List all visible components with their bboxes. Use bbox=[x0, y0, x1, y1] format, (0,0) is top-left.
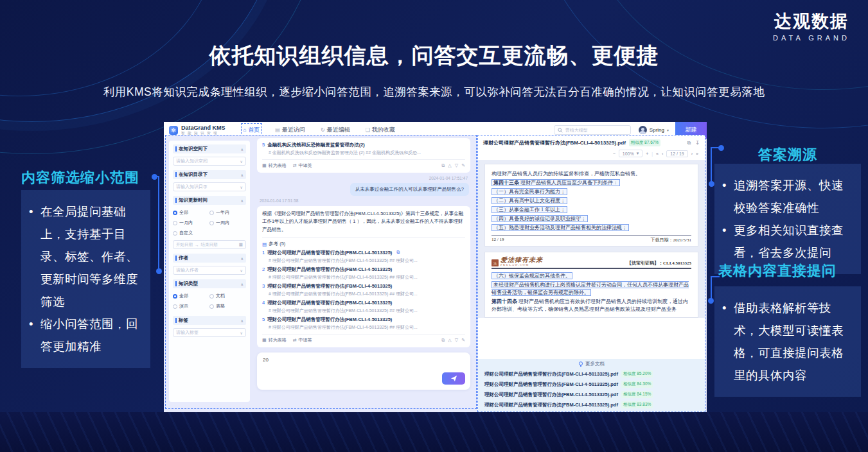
space-select[interactable]: 请输入知识空间 ∨ bbox=[173, 157, 246, 166]
nav-home[interactable]: ⌂ 首页 bbox=[244, 126, 260, 134]
zoom-level-select[interactable]: 100% ▾ bbox=[619, 150, 642, 157]
table-icon: ▦ bbox=[262, 163, 267, 168]
translate-icon: ⇄ bbox=[293, 338, 297, 343]
reference-item[interactable]: 4理财公司理财产品销售管理暂行办法(FBM-CLI-4-5013325) # 理… bbox=[262, 300, 465, 314]
catalog-select[interactable]: 请输入知识目录 ∨ bbox=[173, 182, 246, 191]
thumbs-up-icon[interactable]: △ bbox=[448, 163, 451, 168]
copy-icon[interactable]: ⧉ bbox=[441, 338, 445, 343]
global-search[interactable] bbox=[554, 125, 631, 135]
similarity-badge: 相似度 85.20% bbox=[621, 370, 653, 378]
nav-favorites[interactable]: ❏ 我的收藏 bbox=[366, 126, 395, 134]
more-doc-row[interactable]: 理财公司理财产品销售管理暂行办法(FBM-CLI-4-5013325).pdf … bbox=[484, 370, 698, 378]
filter-type-header[interactable]: 知识类型 ∧ bbox=[173, 279, 246, 288]
reference-item[interactable]: 5理财公司理财产品销售管理暂行办法(FBM-CLI-4-5013325) # 理… bbox=[262, 317, 465, 331]
filter-time-header[interactable]: 知识更新时间 ∧ bbox=[173, 196, 246, 205]
reference-item[interactable]: 2理财公司理财产品销售管理暂行办法(FBM-CLI-4-5013325) # 理… bbox=[262, 266, 465, 281]
document-icon: ▤ bbox=[262, 241, 267, 247]
reference-item[interactable]: 1理财公司理财产品销售管理暂行办法(FBM-CLI-4-5013325)⧉ # … bbox=[262, 250, 465, 264]
bullet-icon: • bbox=[722, 174, 734, 219]
page-number-input[interactable]: 12 / 19 bbox=[666, 150, 687, 157]
reference-item[interactable]: 3理财公司理财产品销售管理暂行办法(FBM-CLI-4-5013325) # 理… bbox=[262, 283, 465, 297]
connector-line bbox=[711, 276, 712, 299]
nav-recent-visits[interactable]: ▤ 最近访问 bbox=[275, 126, 305, 134]
callout-left-bullet: •缩小问答范围，回答更加精准 bbox=[29, 313, 143, 358]
pkulaw-seal-icon: 法 bbox=[492, 259, 499, 266]
translate-button[interactable]: ⇄中译英 bbox=[293, 162, 312, 169]
type-radio-doc[interactable]: 文档 bbox=[209, 293, 246, 299]
preview-icon[interactable]: ⧉ bbox=[396, 250, 400, 256]
page-title: 依托知识组织信息，问答交互更流畅、更便捷 bbox=[0, 41, 868, 71]
last-page-button[interactable]: » bbox=[696, 152, 698, 156]
next-page-button[interactable]: › bbox=[691, 152, 693, 156]
more-docs-panel: 更多文档 理财公司理财产品销售管理暂行办法(FBM-CLI-4-5013325)… bbox=[478, 359, 705, 412]
date-range-input[interactable]: 开始日期 → 结束日期 ▦ bbox=[173, 240, 246, 249]
search-input[interactable] bbox=[565, 128, 623, 132]
pdf-clause-43: 第四十三条 理财产品销售人员应当至少具备下列条件： bbox=[492, 179, 691, 187]
copy-icon[interactable]: ⧉ bbox=[441, 163, 445, 168]
filter-author-header[interactable]: 作者 ∧ bbox=[173, 254, 246, 263]
pdf-item: （二）具有高中以上文化程度； bbox=[492, 197, 691, 205]
type-radio-group: 全部 文档 演示 表格 bbox=[173, 291, 246, 311]
pdf-item: （四）具备良好的诚信记录及职业操守； bbox=[492, 215, 691, 223]
edit-icon[interactable]: ✎ bbox=[461, 163, 465, 168]
user-menu[interactable]: Spring ▾ bbox=[639, 126, 669, 134]
kms-app-window: ✻ DataGrand KMS 智 能 知 识 管 理 ⌂ 首页 ▤ 最近访问 … bbox=[164, 122, 707, 412]
chevron-up-icon: ∧ bbox=[241, 173, 244, 177]
send-button[interactable] bbox=[442, 372, 465, 385]
similarity-badge: 相似度 84.15% bbox=[621, 391, 653, 398]
edit-icon[interactable]: ✎ bbox=[461, 338, 465, 343]
filter-chat-region: 在知识空间下 ∧ 请输入知识空间 ∨ 在知识目录下 ∧ 请输入知识目录 ∨ bbox=[165, 135, 477, 409]
time-radio-all[interactable]: 全部 bbox=[173, 209, 209, 216]
similarity-badge: 相似度 83.83% bbox=[621, 401, 653, 408]
thumbs-down-icon[interactable]: ▽ bbox=[455, 338, 458, 343]
first-page-button[interactable]: « bbox=[656, 152, 659, 156]
filter-tag-header[interactable]: 标签 ∧ bbox=[173, 316, 246, 325]
type-radio-slides[interactable]: 演示 bbox=[173, 303, 209, 309]
time-radio-custom[interactable]: 自定义 bbox=[173, 230, 209, 236]
more-doc-row[interactable]: 理财公司理财产品销售管理暂行办法(FBM-CLI-4-5013325).pdf … bbox=[484, 401, 698, 408]
select-arrow-icon: ∨ bbox=[240, 159, 243, 164]
favorites-icon: ❏ bbox=[366, 127, 370, 133]
chat-panel: 5 金融机构反洗钱和反恐怖融资监督管理办法(2) # 金融机构反洗钱和反恐怖融资… bbox=[253, 137, 474, 407]
time-radio-month[interactable]: 一月内 bbox=[173, 220, 209, 226]
tag-select[interactable]: 请输入标签 ∨ bbox=[173, 328, 246, 337]
chevron-down-icon: ▾ bbox=[637, 151, 639, 156]
chat-input[interactable]: 20 bbox=[257, 352, 470, 390]
type-radio-table[interactable]: 表格 bbox=[209, 303, 246, 309]
pdf-download-date: 下载日期：2021/5/31 bbox=[651, 237, 691, 243]
author-select[interactable]: 请输入作者 ∨ bbox=[173, 266, 246, 275]
type-radio-all[interactable]: 全部 bbox=[173, 293, 209, 299]
pdf-item: （五）熟悉理财业务活动及理财产品销售相关的法律法规； bbox=[492, 224, 691, 232]
translate-button[interactable]: ⇄中译英 bbox=[293, 337, 312, 343]
app-body: 在知识空间下 ∧ 请输入知识空间 ∨ 在知识目录下 ∧ 请输入知识目录 ∨ bbox=[164, 139, 707, 412]
time-radio-week[interactable]: 一周内 bbox=[209, 220, 246, 226]
zoom-in-button[interactable]: + bbox=[646, 152, 648, 156]
filter-space-header[interactable]: 在知识空间下 ∧ bbox=[173, 144, 246, 153]
kms-logo-icon: ✻ bbox=[169, 126, 178, 135]
user-question-bubble: 从未从事过金融工作的人可以从事理财产品销售么? bbox=[350, 183, 469, 196]
to-table-button[interactable]: ▦转为表格 bbox=[262, 337, 287, 343]
filter-sidebar: 在知识空间下 ∧ 请输入知识空间 ∨ 在知识目录下 ∧ 请输入知识目录 ∨ bbox=[169, 141, 250, 402]
chevron-up-icon: ∧ bbox=[241, 198, 244, 203]
thumbs-up-icon[interactable]: △ bbox=[448, 338, 451, 343]
zoom-out-button[interactable]: − bbox=[613, 152, 616, 156]
open-window-icon[interactable]: ⧉ bbox=[687, 140, 691, 146]
to-table-button[interactable]: ▦转为表格 bbox=[262, 162, 287, 169]
nav-recent-edits[interactable]: ↻ 最近编辑 bbox=[321, 126, 350, 134]
time-radio-group: 全部 一年内 一月内 一周内 自定义 bbox=[173, 207, 246, 238]
filter-catalog-header[interactable]: 在知识目录下 ∧ bbox=[173, 170, 246, 179]
callout-left-box: •在全局提问基础上，支持基于目录、标签、作者、更新时间等多维度筛选 •缩小问答范… bbox=[21, 190, 150, 368]
avatar bbox=[639, 126, 647, 134]
prev-page-button[interactable]: ‹ bbox=[662, 152, 663, 156]
more-doc-row[interactable]: 理财公司理财产品销售管理暂行办法(FBM-CLI-4-5013325).pdf … bbox=[484, 391, 698, 398]
more-doc-row[interactable]: 理财公司理财产品销售管理暂行办法(FBM-CLI-4-5013325).pdf … bbox=[484, 381, 698, 388]
pdf-line: 构理财产品销售人员行为的持续监督和排查，严格防范私自销售。 bbox=[492, 170, 691, 178]
chat-input-value: 20 bbox=[263, 357, 269, 363]
callout-answer-trace-box: •追溯答案开源、快速校验答案准确性 •更多相关知识直接查看，省去多次提问 bbox=[714, 164, 861, 274]
pdf-header: 理财公司理财产品销售管理暂行办法(FBM-CLI-4-5013325).pdf … bbox=[478, 135, 705, 148]
thumbs-down-icon[interactable]: ▽ bbox=[455, 163, 458, 168]
pdf-highlight-para: 未经理财产品销售机构进行上岗资格认定并签订劳动合同，任何人员不得从事理财产品销售… bbox=[492, 281, 691, 297]
download-icon[interactable]: ↧ bbox=[695, 140, 700, 146]
time-radio-year[interactable]: 一年内 bbox=[209, 209, 246, 216]
previous-answer-bubble: 5 金融机构反洗钱和反恐怖融资监督管理办法(2) # 金融机构反洗钱和反恐怖融资… bbox=[257, 138, 470, 173]
